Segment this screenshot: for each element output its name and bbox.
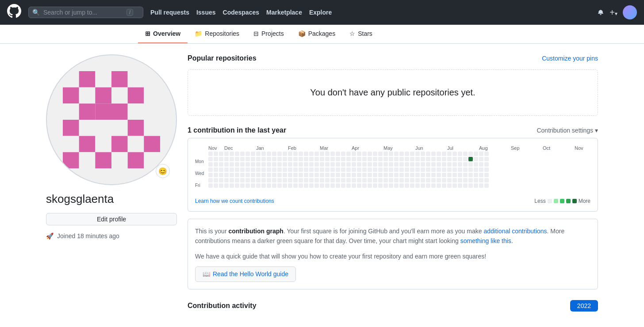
graph-cell[interactable] [383,183,388,188]
graph-cell[interactable] [224,162,229,167]
graph-cell[interactable] [299,178,303,183]
graph-cell[interactable] [373,173,377,177]
graph-cell[interactable] [421,162,425,167]
graph-cell[interactable] [277,157,282,161]
graph-cell[interactable] [267,157,271,161]
graph-cell[interactable] [479,152,483,156]
graph-cell[interactable] [245,162,250,167]
graph-cell[interactable] [437,157,441,161]
graph-cell[interactable] [304,152,308,156]
graph-cell[interactable] [330,178,335,183]
customize-pins-link[interactable]: Customize your pins [542,55,598,62]
user-avatar[interactable] [623,5,637,19]
graph-cell[interactable] [458,162,462,167]
graph-cell[interactable] [240,152,245,156]
graph-cell[interactable] [399,173,404,177]
graph-cell[interactable] [293,183,298,188]
edit-profile-button[interactable]: Edit profile [46,213,177,225]
graph-cell[interactable] [251,162,255,167]
graph-cell[interactable] [426,173,430,177]
graph-cell[interactable] [484,178,489,183]
graph-cell[interactable] [410,167,414,172]
graph-cell[interactable] [447,173,452,177]
graph-cell[interactable] [256,157,261,161]
graph-cell[interactable] [283,183,287,188]
graph-cell[interactable] [320,183,324,188]
graph-cell[interactable] [261,152,266,156]
graph-cell[interactable] [267,162,271,167]
graph-cell[interactable] [208,167,213,172]
graph-cell[interactable] [288,167,292,172]
graph-cell[interactable] [368,167,372,172]
search-box[interactable]: 🔍 / [28,7,143,18]
graph-cell[interactable] [330,167,335,172]
graph-cell[interactable] [283,178,287,183]
graph-cell[interactable] [320,167,324,172]
graph-cell[interactable] [415,178,420,183]
graph-cell[interactable] [261,173,266,177]
graph-cell[interactable] [336,178,340,183]
graph-cell[interactable] [458,157,462,161]
graph-cell[interactable] [463,152,468,156]
graph-cell[interactable] [330,157,335,161]
graph-cell[interactable] [256,183,261,188]
graph-cell[interactable] [208,183,213,188]
learn-contributions-link[interactable]: Learn how we count contributions [195,198,274,204]
graph-cell[interactable] [341,157,345,161]
graph-cell[interactable] [336,162,340,167]
graph-cell[interactable] [474,157,478,161]
graph-cell[interactable] [272,167,276,172]
graph-cell[interactable] [309,152,314,156]
graph-cell[interactable] [410,183,414,188]
tab-projects[interactable]: ⊟ Projects [246,25,291,43]
graph-cell[interactable] [394,167,399,172]
graph-cell[interactable] [235,173,239,177]
tab-stars[interactable]: ☆ Stars [342,25,380,43]
graph-cell[interactable] [245,167,250,172]
graph-cell[interactable] [442,157,446,161]
graph-cell[interactable] [219,152,223,156]
graph-cell[interactable] [373,157,377,161]
graph-cell[interactable] [240,162,245,167]
graph-cell[interactable] [357,178,361,183]
graph-cell[interactable] [261,167,266,172]
graph-cell[interactable] [399,183,404,188]
graph-cell[interactable] [341,152,345,156]
graph-cell[interactable] [479,183,483,188]
graph-cell[interactable] [240,183,245,188]
graph-cell[interactable] [399,162,404,167]
graph-cell[interactable] [368,173,372,177]
graph-cell[interactable] [256,173,261,177]
graph-cell[interactable] [437,178,441,183]
graph-cell[interactable] [468,183,473,188]
graph-cell[interactable] [442,162,446,167]
graph-cell[interactable] [341,167,345,172]
graph-cell[interactable] [235,178,239,183]
graph-cell[interactable] [230,152,234,156]
graph-cell[interactable] [394,152,399,156]
graph-cell[interactable] [230,173,234,177]
graph-cell[interactable] [325,152,330,156]
graph-cell[interactable] [336,183,340,188]
graph-cell[interactable] [304,157,308,161]
graph-cell[interactable] [320,178,324,183]
graph-cell[interactable] [415,173,420,177]
graph-cell[interactable] [330,152,335,156]
graph-cell[interactable] [415,152,420,156]
graph-cell[interactable] [256,152,261,156]
graph-cell[interactable] [283,157,287,161]
graph-cell[interactable] [261,183,266,188]
graph-cell[interactable] [309,157,314,161]
graph-cell[interactable] [330,183,335,188]
graph-cell[interactable] [463,173,468,177]
graph-cell[interactable] [245,157,250,161]
graph-cell[interactable] [389,152,393,156]
graph-cell[interactable] [468,173,473,177]
graph-cell[interactable] [341,178,345,183]
graph-cell[interactable] [474,183,478,188]
graph-cell[interactable] [346,173,351,177]
graph-cell[interactable] [251,178,255,183]
graph-cell[interactable] [442,167,446,172]
graph-cell[interactable] [235,183,239,188]
graph-cell[interactable] [277,152,282,156]
